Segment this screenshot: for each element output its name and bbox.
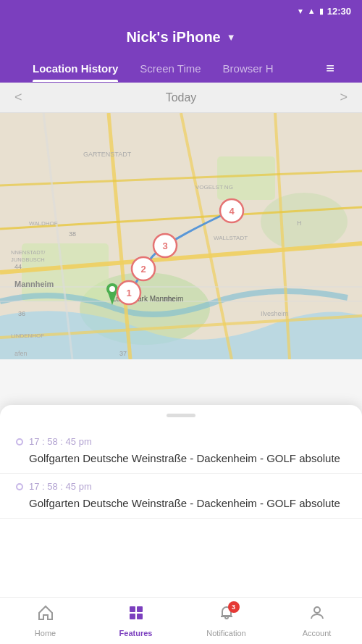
svg-text:WALLSTADT: WALLSTADT: [214, 235, 248, 241]
bottom-nav: Home Features 3 Notification: [0, 597, 362, 644]
status-icons: ▼ ▲ ▮ 12:30: [297, 6, 351, 17]
drag-handle: [167, 414, 195, 417]
nav-label-features: Features: [119, 629, 153, 637]
list-item: 17 : 58 : 45 pm Golfgarten Deutsche Wein…: [0, 429, 362, 474]
svg-text:Ilvesheim: Ilvesheim: [261, 310, 288, 317]
header: Nick's iPhone ▼ Location History Screen …: [0, 22, 362, 83]
home-icon: [37, 604, 54, 626]
svg-text:44: 44: [14, 263, 22, 270]
location-time-1: 17 : 58 : 45 pm: [16, 436, 346, 447]
dropdown-arrow-icon: ▼: [227, 32, 236, 43]
svg-text:4: 4: [229, 206, 235, 217]
svg-text:2: 2: [140, 264, 146, 275]
svg-point-4: [261, 193, 348, 251]
nav-label-home: Home: [35, 629, 56, 637]
svg-text:GARTENSTADT: GARTENSTADT: [83, 151, 132, 158]
svg-text:WALDHOF: WALDHOF: [29, 220, 58, 227]
battery-icon: ▮: [319, 7, 324, 16]
svg-text:38: 38: [69, 230, 76, 238]
current-date: Today: [166, 91, 197, 104]
tab-browser[interactable]: Browser H: [212, 55, 285, 82]
status-bar: ▼ ▲ ▮ 12:30: [0, 0, 362, 22]
location-name-1: Golfgarten Deutsche Weinstraße - Dackenh…: [16, 451, 346, 466]
svg-rect-43: [130, 606, 135, 612]
signal-icon: ▲: [308, 7, 316, 15]
nav-item-home[interactable]: Home: [0, 598, 90, 643]
notification-badge: 3: [228, 601, 240, 613]
svg-rect-46: [137, 614, 143, 619]
location-name-2: Golfgarten Deutsche Weinstraße - Dackenh…: [16, 495, 346, 511]
svg-text:36: 36: [18, 310, 25, 317]
svg-rect-45: [130, 614, 135, 619]
svg-text:afen: afen: [14, 350, 28, 357]
time-dot-icon: [16, 438, 23, 446]
map-svg: 44 38 38a 36 37 GARTENSTADT WALDHOF NNEN…: [0, 113, 362, 359]
list-item: 17 : 58 : 45 pm Golfgarten Deutsche Wein…: [0, 474, 362, 519]
time-dot-icon: [16, 483, 23, 490]
nav-item-features[interactable]: Features: [90, 598, 181, 643]
svg-rect-3: [217, 156, 275, 200]
location-time-2: 17 : 58 : 45 pm: [16, 481, 346, 492]
features-icon: [127, 604, 145, 626]
svg-text:LINDENHOF: LINDENHOF: [11, 333, 44, 339]
svg-point-47: [314, 607, 320, 613]
svg-text:1: 1: [126, 288, 131, 298]
prev-date-button[interactable]: <: [14, 90, 22, 105]
svg-point-34: [109, 286, 115, 292]
next-date-button[interactable]: >: [340, 90, 348, 105]
tab-screen-time[interactable]: Screen Time: [129, 55, 211, 82]
svg-text:NNENSTADT/: NNENSTADT/: [11, 249, 46, 256]
bottom-sheet: 17 : 58 : 45 pm Golfgarten Deutsche Wein…: [0, 405, 362, 601]
svg-text:JUNGBUSCH: JUNGBUSCH: [11, 256, 45, 263]
svg-text:VOGELST  NG: VOGELST NG: [195, 184, 233, 191]
nav-label-notification: Notification: [206, 629, 245, 637]
wifi-icon: ▼: [297, 7, 304, 15]
account-icon: [308, 604, 326, 626]
svg-text:37: 37: [119, 350, 127, 357]
nav-item-account[interactable]: Account: [272, 598, 362, 643]
date-bar: < Today >: [0, 83, 362, 113]
nav-item-notification[interactable]: 3 Notification: [181, 598, 272, 643]
map-container[interactable]: 44 38 38a 36 37 GARTENSTADT WALDHOF NNEN…: [0, 113, 362, 359]
notification-icon-wrapper: 3: [218, 604, 235, 626]
status-time: 12:30: [327, 6, 351, 17]
tab-location-history[interactable]: Location History: [22, 55, 129, 82]
hamburger-menu-icon[interactable]: ≡: [320, 54, 340, 83]
svg-rect-44: [137, 606, 143, 612]
device-title-row[interactable]: Nick's iPhone ▼: [14, 29, 348, 54]
svg-text:H: H: [297, 219, 302, 227]
svg-text:3: 3: [162, 241, 167, 251]
nav-label-account: Account: [303, 629, 332, 637]
nav-tabs: Location History Screen Time Browser H ≡: [14, 54, 348, 83]
svg-text:Mannheim: Mannheim: [14, 280, 54, 288]
device-name: Nick's iPhone: [126, 29, 220, 46]
